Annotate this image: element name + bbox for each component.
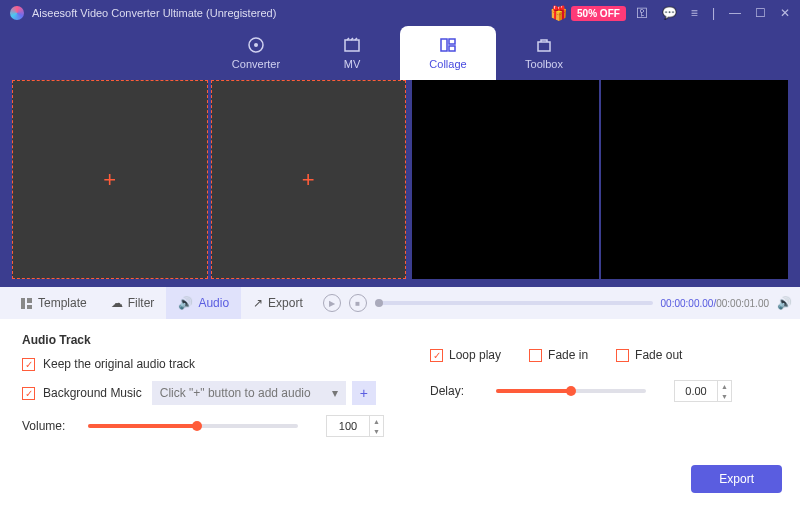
subtab-label: Export [268, 296, 303, 310]
fadeout-checkbox[interactable] [616, 349, 629, 362]
tab-label: MV [344, 58, 361, 70]
menu-icon[interactable]: ≡ [691, 6, 698, 20]
collage-icon [439, 36, 457, 54]
subtab-audio[interactable]: 🔊 Audio [166, 287, 241, 319]
subtab-export[interactable]: ↗ Export [241, 287, 315, 319]
svg-rect-9 [27, 305, 32, 309]
feedback-icon[interactable]: 💬 [662, 6, 677, 20]
volume-icon[interactable]: 🔊 [777, 296, 792, 310]
divider: | [712, 6, 715, 20]
collage-cell-1[interactable]: + [12, 80, 208, 279]
bgm-dropdown[interactable]: Click "+" button to add audio ▾ [152, 381, 346, 405]
time-display: 00:00:00.00/00:00:01.00 [661, 298, 769, 309]
volume-spinner[interactable]: ▲▼ [370, 415, 384, 437]
close-icon[interactable]: ✕ [780, 6, 790, 20]
tab-label: Collage [429, 58, 466, 70]
export-icon: ↗ [253, 296, 263, 310]
section-title: Audio Track [22, 333, 778, 347]
subtab-filter[interactable]: ☁ Filter [99, 287, 167, 319]
subtab-label: Filter [128, 296, 155, 310]
subtab-template[interactable]: Template [8, 287, 99, 319]
subtab-label: Template [38, 296, 87, 310]
preview-pane [412, 80, 788, 279]
tab-label: Converter [232, 58, 280, 70]
export-button[interactable]: Export [691, 465, 782, 493]
svg-rect-8 [27, 298, 32, 303]
svg-rect-5 [449, 46, 455, 51]
svg-point-1 [254, 43, 258, 47]
tab-label: Toolbox [525, 58, 563, 70]
maximize-icon[interactable]: ☐ [755, 6, 766, 20]
preview-cell-1 [412, 80, 599, 279]
delay-label: Delay: [430, 384, 486, 398]
fadein-label: Fade in [548, 348, 588, 362]
audio-icon: 🔊 [178, 296, 193, 310]
svg-rect-6 [538, 42, 550, 51]
loop-checkbox[interactable]: ✓ [430, 349, 443, 362]
play-button[interactable]: ▶ [323, 294, 341, 312]
bgm-placeholder: Click "+" button to add audio [160, 386, 311, 400]
tab-toolbox[interactable]: Toolbox [496, 26, 592, 80]
template-icon [20, 297, 33, 310]
stop-button[interactable]: ■ [349, 294, 367, 312]
delay-slider[interactable] [496, 389, 646, 393]
tab-mv[interactable]: MV [304, 26, 400, 80]
svg-rect-3 [441, 39, 447, 51]
filter-icon: ☁ [111, 296, 123, 310]
converter-icon [247, 36, 265, 54]
add-icon: + [302, 167, 315, 193]
svg-rect-4 [449, 39, 455, 44]
volume-slider[interactable] [88, 424, 298, 428]
gift-icon[interactable]: 🎁 [550, 5, 567, 21]
mv-icon [343, 36, 361, 54]
loop-label: Loop play [449, 348, 501, 362]
add-icon: + [103, 167, 116, 193]
minimize-icon[interactable]: — [729, 6, 741, 20]
volume-value[interactable]: 100 [326, 415, 370, 437]
add-audio-button[interactable]: + [352, 381, 376, 405]
bgm-checkbox[interactable]: ✓ [22, 387, 35, 400]
promo-badge[interactable]: 50% OFF [571, 6, 626, 21]
toolbox-icon [535, 36, 553, 54]
fadein-checkbox[interactable] [529, 349, 542, 362]
tab-converter[interactable]: Converter [208, 26, 304, 80]
collage-editor: + + [12, 80, 406, 279]
volume-label: Volume: [22, 419, 78, 433]
subtab-label: Audio [198, 296, 229, 310]
tab-collage[interactable]: Collage [400, 26, 496, 80]
svg-rect-7 [21, 298, 25, 309]
chevron-down-icon: ▾ [332, 386, 338, 400]
key-icon[interactable]: ⚿ [636, 6, 648, 20]
app-title: Aiseesoft Video Converter Ultimate (Unre… [32, 7, 550, 19]
collage-cell-2[interactable]: + [211, 80, 407, 279]
delay-value[interactable]: 0.00 [674, 380, 718, 402]
app-logo [10, 6, 24, 20]
bgm-label: Background Music [43, 386, 142, 400]
keep-audio-label: Keep the original audio track [43, 357, 195, 371]
preview-cell-2 [601, 80, 788, 279]
svg-rect-2 [345, 40, 359, 51]
delay-spinner[interactable]: ▲▼ [718, 380, 732, 402]
seek-track[interactable] [375, 301, 653, 305]
fadeout-label: Fade out [635, 348, 682, 362]
keep-audio-checkbox[interactable]: ✓ [22, 358, 35, 371]
